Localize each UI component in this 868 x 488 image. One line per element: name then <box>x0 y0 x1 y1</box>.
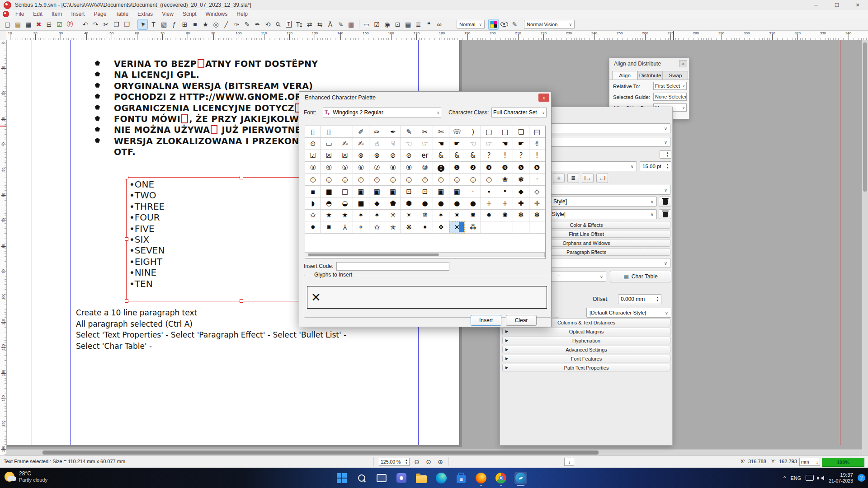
glyph-cell[interactable]: + <box>481 197 497 209</box>
glyph-cell[interactable]: ✹ <box>481 210 497 221</box>
glyph-cell[interactable]: ✄ <box>433 126 449 138</box>
minimize-button[interactable]: ─ <box>806 0 826 10</box>
glyph-cell[interactable]: ▯ <box>305 126 321 138</box>
menu-item-windows[interactable]: Windows <box>201 11 232 17</box>
glyph-cell[interactable]: ◵ <box>449 174 465 186</box>
glyph-cell[interactable]: ✌ <box>529 138 545 150</box>
vision-defect-select[interactable]: Normal Vision∨ <box>524 20 575 29</box>
glyph-cell[interactable]: ✶ <box>369 210 385 221</box>
cut-icon[interactable]: ✂ <box>101 19 111 29</box>
tab-align[interactable]: Align <box>612 71 637 80</box>
select-item-icon[interactable]: ➤ <box>137 19 148 30</box>
ruler-origin-corner[interactable] <box>0 31 7 40</box>
chat-button[interactable] <box>395 472 408 484</box>
insert-text-frame-icon[interactable]: T <box>149 19 158 29</box>
glyph-cell[interactable]: ● <box>433 197 449 209</box>
start-button[interactable] <box>335 472 348 484</box>
glyph-cell[interactable]: ⊡ <box>401 186 417 197</box>
insert-calligraphic-line-icon[interactable]: ✒ <box>253 19 262 29</box>
glyph-cell[interactable]: ⑩ <box>417 162 433 174</box>
glyph-cell[interactable]: ⬟ <box>385 197 401 209</box>
glyph-cell[interactable]: □ <box>337 186 353 197</box>
glyph-cell[interactable]: ✸ <box>321 221 337 233</box>
glyph-cell[interactable]: ● <box>449 197 465 209</box>
scribus-taskbar-button[interactable]: ✒ <box>514 472 527 484</box>
save-document-icon[interactable]: ▦ <box>24 19 33 29</box>
glyph-cell[interactable]: ◴ <box>433 174 449 186</box>
insert-freehand-line-icon[interactable]: ✎ <box>242 19 252 29</box>
glyph-cell[interactable]: ✶ <box>433 210 449 221</box>
insert-table-icon[interactable]: ⊞ <box>180 19 189 29</box>
new-document-icon[interactable]: ▢ <box>3 19 12 29</box>
palette-close-icon[interactable]: x <box>679 60 687 67</box>
tab-swap[interactable]: Swap <box>663 71 688 80</box>
clear-button[interactable]: Clear <box>506 315 537 326</box>
menu-item-item[interactable]: Item <box>47 11 66 17</box>
glyph-cell[interactable]: ▣ <box>369 186 385 197</box>
glyph-cell[interactable]: ◶ <box>337 174 353 186</box>
glyph-cell[interactable]: ✍ <box>337 138 353 150</box>
glyph-cell[interactable]: □ <box>497 126 513 138</box>
notification-badge[interactable]: 2 <box>858 474 865 482</box>
link-text-frames-icon[interactable]: ⇄ <box>305 19 314 29</box>
glyph-cell[interactable]: ◇ <box>529 186 545 197</box>
clock-widget[interactable]: 19:37 21-07-2023 <box>829 472 853 484</box>
insert-spiral-icon[interactable]: ◎ <box>211 19 221 29</box>
glyph-cell[interactable]: ☞ <box>417 138 433 150</box>
offset-spinner[interactable]: 0.000 mm▲▼ <box>618 294 661 304</box>
menu-item-page[interactable]: Page <box>89 11 111 17</box>
unit-select[interactable]: mm ↓ <box>799 458 820 466</box>
menu-item-file[interactable]: File <box>11 11 28 17</box>
glyph-cell[interactable]: ◶ <box>401 174 417 186</box>
glyph-cell[interactable]: ☛ <box>449 138 465 150</box>
speaker-icon[interactable] <box>818 476 824 480</box>
store-button[interactable]: ⊞ <box>455 472 467 484</box>
glyph-cell[interactable]: ✹ <box>305 221 321 233</box>
glyph-cell[interactable]: ⊡ <box>417 186 433 197</box>
glyph-cell[interactable]: ⓿ <box>433 162 449 174</box>
glyph-cell[interactable]: ⊗ <box>369 150 385 162</box>
glyph-cell[interactable]: ✸ <box>465 210 481 221</box>
insert-image-frame-icon[interactable]: ▧ <box>159 19 169 29</box>
zoom-level-field[interactable]: 125.00 % ▲▼ <box>379 458 410 466</box>
vertical-scrollbar[interactable] <box>862 40 868 455</box>
glyph-cell[interactable]: ) <box>465 126 481 138</box>
measurements-icon[interactable]: Å <box>326 19 335 29</box>
zoom-in-icon[interactable]: ⊕ <box>436 457 445 466</box>
zoom-100-icon[interactable]: ⊙ <box>424 457 433 466</box>
align-row-control[interactable]: First Select∨ <box>653 82 687 90</box>
glyph-cell[interactable]: ◒ <box>337 197 353 209</box>
glyph-cell[interactable]: ❹ <box>497 162 513 174</box>
expander-advanced-settings[interactable]: ▶Advanced Settings <box>502 346 670 353</box>
glyph-cell[interactable]: ❶ <box>449 162 465 174</box>
glyph-cell[interactable]: • <box>497 186 513 197</box>
glyph-cell[interactable]: ▭ <box>321 138 337 150</box>
close-button[interactable]: ✕ <box>847 0 868 10</box>
insert-polygon-icon[interactable]: ★ <box>201 19 210 29</box>
rotate-item-icon[interactable]: ⟲ <box>263 19 273 29</box>
glyph-cell[interactable]: ❀ <box>497 174 513 186</box>
story-editor-icon[interactable]: Tɪ <box>294 19 304 29</box>
glyph-cell[interactable]: ☟ <box>385 138 401 150</box>
glyph-cell[interactable]: ☒ <box>321 150 337 162</box>
character-class-combo[interactable]: Full Character Set∨ <box>491 108 547 117</box>
menu-item-extras[interactable]: Extras <box>133 11 157 17</box>
glyph-cell[interactable]: & <box>465 150 481 162</box>
glyph-cell[interactable]: ☛ <box>513 138 529 150</box>
font-size-spinner[interactable]: 15.00 pt▲▼ <box>640 161 671 171</box>
glyph-cell[interactable]: ④ <box>321 162 337 174</box>
glyph-cell[interactable]: ▣ <box>433 186 449 197</box>
frame-handle-bottom-left[interactable] <box>125 299 128 303</box>
glyph-cell[interactable]: ✒ <box>385 126 401 138</box>
eye-dropper-icon[interactable]: ▥ <box>346 19 356 29</box>
glyph-cell[interactable]: ■ <box>353 197 369 209</box>
glyph-cell[interactable]: ✧ <box>353 221 369 233</box>
glyph-cell[interactable]: ✩ <box>369 221 385 233</box>
line-spacing-button-2[interactable]: I→ <box>582 173 594 183</box>
insert-code-input[interactable] <box>336 262 449 271</box>
glyph-cell[interactable]: ∙ <box>481 186 497 197</box>
glyph-cell[interactable]: ③ <box>305 162 321 174</box>
glyph-cell[interactable]: ! <box>529 150 545 162</box>
glyph-cell[interactable]: ❺ <box>513 162 529 174</box>
glyph-cell[interactable]: ◓ <box>321 197 337 209</box>
